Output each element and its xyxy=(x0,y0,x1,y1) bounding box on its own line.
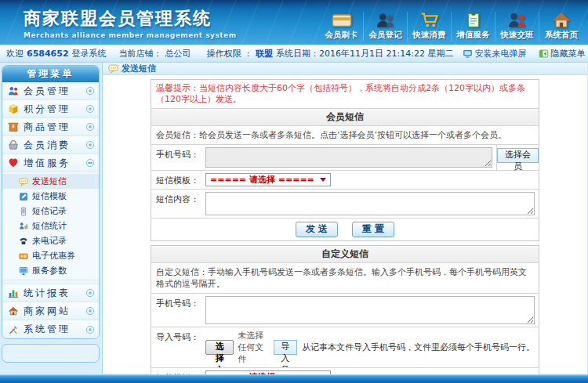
import-number-button[interactable]: 导入号码 xyxy=(274,340,297,355)
hide-menu-link[interactable]: 隐藏菜单 xyxy=(539,48,588,60)
menu-label: 会员管理 xyxy=(24,85,85,98)
member-sms-header: 会员短信 xyxy=(151,108,539,125)
choose-file-button[interactable]: 选择文件 xyxy=(205,340,234,355)
heart-icon xyxy=(8,157,19,168)
menu-label: 统计报表 xyxy=(24,287,85,300)
dropdown-arrow-icon xyxy=(320,178,326,182)
call-record-icon xyxy=(19,237,28,246)
custom-phone-textarea[interactable] xyxy=(205,296,535,324)
page-title: 发送短信 xyxy=(122,63,156,74)
expand-icon[interactable] xyxy=(85,288,95,298)
permission-value: 联盟 xyxy=(256,48,273,60)
brand: 商家联盟会员管理系统 Merchants alliance member man… xyxy=(24,7,237,45)
sidebar-item-merchant-website[interactable]: 商家网站 xyxy=(2,302,99,320)
custom-phone-row: 手机号码： xyxy=(151,293,539,327)
sidebar-item-member-management[interactable]: 会员管理 xyxy=(2,82,99,100)
submenu-item-sms-stats[interactable]: 短信统计 xyxy=(2,219,99,233)
custom-sms-header: 自定义短信 xyxy=(151,246,539,262)
welcome-suffix: 登录系统 xyxy=(72,48,107,60)
nav-label: 增值服务 xyxy=(457,30,490,41)
nav-value-added-service[interactable]: 增值服务 xyxy=(452,12,495,42)
goods-icon xyxy=(8,121,19,132)
quick-consume-icon xyxy=(419,12,440,28)
phone-label: 手机号码： xyxy=(151,294,201,327)
submenu-item-send-sms[interactable]: 发送短信 xyxy=(2,174,99,189)
member-phone-textarea[interactable] xyxy=(205,147,492,168)
system-date: 系统日期：2016年11月1日 21:14:22 星期二 xyxy=(276,48,453,60)
nav-quick-consume[interactable]: 快速消费 xyxy=(408,12,452,42)
header-nav: 会员刷卡 会员登记 快速消费 增值服务 快速交班 系统首页 xyxy=(320,0,583,42)
install-popup-link[interactable]: 安装来电弹屏 xyxy=(463,48,529,60)
template-label: 短信模板： xyxy=(151,171,201,189)
member-sms-content-textarea[interactable] xyxy=(205,192,535,215)
member-sms-actions: 发 送 重 置 xyxy=(151,218,539,240)
menu-label: 商品管理 xyxy=(24,121,85,134)
phone-label: 手机号码： xyxy=(151,145,201,170)
nav-member-card[interactable]: 会员刷卡 xyxy=(320,12,364,42)
system-icon xyxy=(8,324,19,335)
app-subtitle: Merchants alliance member management sys… xyxy=(24,31,237,39)
nav-member-register[interactable]: 会员登记 xyxy=(364,12,408,42)
footer-bar xyxy=(0,374,588,383)
link-label: 隐藏菜单 xyxy=(550,48,585,60)
submenu-item-sms-record[interactable]: 短信记录 xyxy=(2,204,99,219)
sidebar-title: 管理菜单 xyxy=(2,66,99,82)
submenu-item-service-params[interactable]: 服务参数 xyxy=(2,263,99,278)
welcome-prefix: 欢迎 xyxy=(6,48,24,60)
import-number-row: 导入号码： 选择文件 未选择任何文件 导入号码 从记事本文件导入手机号码，文件里… xyxy=(151,327,539,367)
notice-text: 温馨提示：当短信内容长度大于60个字（包括符号），系统将自动分成2条（120字以… xyxy=(156,83,534,105)
sms-template-icon xyxy=(19,192,28,201)
no-file-text: 未选择任何文件 xyxy=(238,330,265,365)
sidebar-item-value-added-service[interactable]: 增值服务 xyxy=(2,154,99,172)
sms-icon xyxy=(108,63,118,74)
member-sms-section: 温馨提示：当短信内容长度大于60个字（包括符号），系统将自动分成2条（120字以… xyxy=(151,79,539,241)
menu-label: 积分管理 xyxy=(24,103,85,116)
select-value: ===== 请选择 ===== xyxy=(210,174,314,186)
submenu-label: 短信统计 xyxy=(32,220,67,232)
system-info: 系统日期：2016年11月1日 21:14:22 星期二 安装来电弹屏 隐藏菜单… xyxy=(276,48,588,60)
submenu-item-call-record[interactable]: 来电记录 xyxy=(2,233,99,248)
sidebar-item-points-management[interactable]: 积分管理 xyxy=(2,100,99,118)
main-content: 发送短信 温馨提示：当短信内容长度大于60个字（包括符号），系统将自动分成2条（… xyxy=(102,63,588,374)
user-id: 6584652 xyxy=(27,49,69,59)
submenu-label: 发送短信 xyxy=(32,175,67,187)
import-hint: 从记事本文件导入手机号码，文件里必须每个手机号码一行。 xyxy=(302,341,535,353)
website-icon xyxy=(8,305,19,316)
submenu-item-sms-template[interactable]: 短信模板 xyxy=(2,189,99,204)
sidebar-item-member-consume[interactable]: 会员消费 xyxy=(2,136,99,154)
sms-template-select[interactable]: ===== 请选择 ===== xyxy=(205,173,331,186)
expand-icon[interactable] xyxy=(85,140,95,150)
expand-icon[interactable] xyxy=(85,306,95,316)
sidebar-item-system-management[interactable]: 系统管理 xyxy=(2,320,99,338)
reset-button[interactable]: 重 置 xyxy=(352,222,394,237)
sidebar-item-statistics-report[interactable]: 统计报表 xyxy=(2,284,99,302)
sidebar-empty-panel xyxy=(2,344,100,363)
notice-row: 温馨提示：当短信内容长度大于60个字（包括符号），系统将自动分成2条（120字以… xyxy=(151,80,539,108)
select-member-button[interactable]: 选择会员 xyxy=(497,148,539,163)
expand-icon[interactable] xyxy=(85,325,95,334)
send-button[interactable]: 发 送 xyxy=(296,222,338,237)
custom-sms-section: 自定义短信 自定义短信：手动输入手机号码发送一条或者多条短信。输入多个手机号码，… xyxy=(151,245,539,383)
page: 商家联盟会员管理系统 Merchants alliance member man… xyxy=(0,0,588,383)
expand-icon[interactable] xyxy=(85,122,95,132)
report-icon xyxy=(8,287,19,298)
menu-label: 系统管理 xyxy=(24,323,85,336)
expand-icon[interactable] xyxy=(85,104,95,114)
quick-shift-icon xyxy=(507,12,528,28)
submenu-label: 服务参数 xyxy=(32,265,67,276)
menu-label: 会员消费 xyxy=(24,139,85,152)
status-bar: 欢迎 6584652 登录系统 当前店铺： 总公司 操作权限 ： 联盟 系统日期… xyxy=(0,45,588,63)
nav-label: 系统首页 xyxy=(545,30,578,41)
nav-quick-shift[interactable]: 快速交班 xyxy=(495,12,539,42)
content-label: 短信内容： xyxy=(151,190,201,218)
custom-sms-description: 自定义短信：手动输入手机号码发送一条或者多条短信。输入多个手机号码，每个手机号码… xyxy=(151,262,539,293)
member-template-row: 短信模板： ===== 请选择 ===== xyxy=(151,170,539,189)
submenu-item-e-coupon[interactable]: 电子优惠券 xyxy=(2,248,99,263)
collapse-icon[interactable] xyxy=(85,158,95,168)
nav-label: 会员登记 xyxy=(369,30,402,41)
nav-system-home[interactable]: 系统首页 xyxy=(539,12,583,42)
expand-icon[interactable] xyxy=(85,86,95,96)
nav-label: 快速交班 xyxy=(501,30,534,41)
sidebar-item-goods-management[interactable]: 商品管理 xyxy=(2,118,99,136)
content-tab-bar: 发送短信 xyxy=(103,63,587,75)
